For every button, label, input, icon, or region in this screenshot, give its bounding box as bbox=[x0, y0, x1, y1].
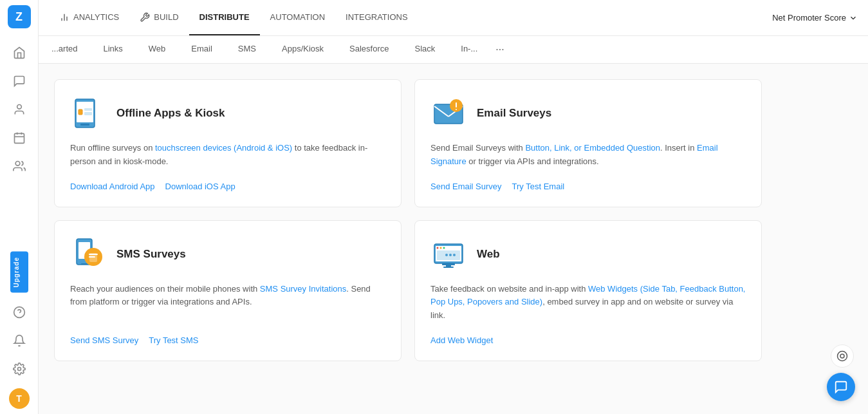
svg-rect-14 bbox=[80, 124, 89, 126]
svg-point-38 bbox=[838, 352, 847, 361]
card-header-sms: SMS Surveys bbox=[70, 236, 385, 272]
add-web-widget-link[interactable]: Add Web Widget bbox=[430, 335, 493, 345]
svg-rect-25 bbox=[89, 253, 97, 262]
link-button-link: Button, Link, or Embedded Question bbox=[525, 143, 660, 153]
svg-rect-34 bbox=[443, 267, 454, 268]
tab-slack[interactable]: Slack bbox=[402, 36, 448, 63]
chat-support-button[interactable] bbox=[827, 373, 855, 401]
svg-rect-33 bbox=[446, 265, 451, 267]
tab-web[interactable]: Web bbox=[136, 36, 179, 63]
kiosk-icon bbox=[70, 95, 106, 131]
card-body-email: Send Email Surveys with Button, Link, or… bbox=[430, 142, 746, 169]
card-header-offline: Offline Apps & Kiosk bbox=[70, 95, 385, 131]
web-icon bbox=[430, 236, 466, 272]
send-email-survey-link[interactable]: Send Email Survey bbox=[430, 182, 502, 191]
sidebar-item-groups[interactable] bbox=[6, 153, 32, 179]
svg-point-29 bbox=[440, 247, 442, 249]
app-logo[interactable]: Z bbox=[8, 5, 31, 28]
email-icon bbox=[430, 95, 466, 131]
sidebar: Z Upgrade T bbox=[0, 0, 39, 414]
try-test-sms-link[interactable]: Try Test SMS bbox=[149, 335, 198, 345]
main-content: ANALYTICS BUILD DISTRIBUTE AUTOMATION IN… bbox=[39, 0, 868, 414]
send-sms-survey-link[interactable]: Send SMS Survey bbox=[70, 335, 138, 345]
card-title-email: Email Surveys bbox=[477, 107, 551, 120]
try-test-email-link[interactable]: Try Test Email bbox=[512, 182, 565, 191]
svg-rect-16 bbox=[84, 112, 92, 115]
top-navigation: ANALYTICS BUILD DISTRIBUTE AUTOMATION IN… bbox=[39, 0, 868, 36]
card-title-offline: Offline Apps & Kiosk bbox=[116, 107, 225, 120]
tab-links[interactable]: Links bbox=[90, 36, 135, 63]
card-body-web: Take feedback on website and in-app with… bbox=[430, 283, 746, 323]
svg-rect-31 bbox=[437, 250, 460, 260]
svg-point-8 bbox=[17, 368, 21, 371]
email-surveys-card: Email Surveys Send Email Surveys with Bu… bbox=[414, 79, 762, 207]
build-icon bbox=[140, 12, 150, 23]
survey-dropdown[interactable]: Net Promoter Score bbox=[772, 13, 858, 23]
help-icon bbox=[836, 350, 848, 362]
web-card: Web Take feedback on website and in-app … bbox=[414, 220, 762, 361]
upgrade-button[interactable]: Upgrade bbox=[10, 252, 28, 293]
tab-sms[interactable]: SMS bbox=[225, 36, 269, 63]
card-body-sms: Reach your audiences on their mobile pho… bbox=[70, 283, 385, 323]
svg-point-0 bbox=[17, 105, 21, 109]
download-ios-link[interactable]: Download iOS App bbox=[165, 182, 235, 191]
card-title-sms: SMS Surveys bbox=[116, 248, 186, 261]
tab-more-button[interactable]: ··· bbox=[490, 36, 509, 63]
svg-rect-23 bbox=[81, 263, 88, 265]
link-web-widgets: Web Widgets (Side Tab, Feedback Button, … bbox=[430, 284, 746, 307]
sidebar-item-home[interactable] bbox=[6, 40, 32, 66]
sidebar-item-help[interactable] bbox=[6, 299, 32, 325]
content-area: Offline Apps & Kiosk Run offline surveys… bbox=[39, 64, 868, 414]
download-android-link[interactable]: Download Android App bbox=[70, 182, 155, 191]
tab-email[interactable]: Email bbox=[178, 36, 225, 63]
cards-grid: Offline Apps & Kiosk Run offline surveys… bbox=[54, 79, 762, 361]
card-body-offline: Run offline surveys on touchscreen devic… bbox=[70, 142, 385, 169]
card-actions-email: Send Email Survey Try Test Email bbox=[430, 182, 746, 191]
tab-getting-started[interactable]: ...arted bbox=[39, 36, 90, 63]
svg-point-28 bbox=[437, 247, 439, 249]
sidebar-item-calendar[interactable] bbox=[6, 125, 32, 151]
nav-item-distribute[interactable]: DISTRIBUTE bbox=[189, 0, 260, 35]
nav-item-analytics[interactable]: ANALYTICS bbox=[49, 0, 129, 35]
tab-in-more[interactable]: In-... bbox=[448, 36, 490, 63]
nav-item-automation[interactable]: AUTOMATION bbox=[260, 0, 335, 35]
card-header-web: Web bbox=[430, 236, 746, 272]
card-actions-sms: Send SMS Survey Try Test SMS bbox=[70, 335, 385, 345]
sms-icon bbox=[70, 236, 106, 272]
nav-right: Net Promoter Score bbox=[772, 13, 868, 23]
svg-rect-1 bbox=[14, 133, 24, 143]
svg-rect-17 bbox=[84, 108, 92, 111]
link-touchscreen: touchscreen devices (Android & iOS) bbox=[155, 143, 292, 153]
chevron-down-icon bbox=[849, 14, 858, 23]
svg-point-39 bbox=[840, 354, 844, 358]
card-actions-offline: Download Android App Download iOS App bbox=[70, 182, 385, 191]
card-header-email: Email Surveys bbox=[430, 95, 746, 131]
help-bubble[interactable] bbox=[831, 344, 854, 368]
offline-apps-card: Offline Apps & Kiosk Run offline surveys… bbox=[54, 79, 402, 207]
svg-point-20 bbox=[456, 109, 457, 110]
sidebar-item-chat[interactable] bbox=[6, 68, 32, 94]
svg-point-30 bbox=[443, 247, 445, 249]
card-title-web: Web bbox=[477, 248, 500, 261]
svg-point-37 bbox=[453, 254, 456, 256]
link-sms-invitations: SMS Survey Invitations bbox=[260, 284, 346, 294]
svg-point-35 bbox=[445, 254, 448, 256]
sidebar-item-notifications[interactable] bbox=[6, 328, 32, 353]
user-avatar[interactable]: T bbox=[9, 388, 30, 409]
svg-rect-32 bbox=[442, 263, 455, 265]
svg-point-36 bbox=[449, 254, 452, 256]
svg-rect-15 bbox=[78, 109, 82, 115]
svg-point-5 bbox=[15, 162, 20, 166]
nav-items: ANALYTICS BUILD DISTRIBUTE AUTOMATION IN… bbox=[39, 0, 772, 35]
tabs-bar: ...arted Links Web Email SMS Apps/Kiosk … bbox=[39, 36, 868, 64]
nav-item-integrations[interactable]: INTEGRATIONS bbox=[335, 0, 418, 35]
analytics-icon bbox=[59, 12, 69, 23]
tab-apps-kiosk[interactable]: Apps/Kiosk bbox=[269, 36, 337, 63]
tab-salesforce[interactable]: Salesforce bbox=[337, 36, 402, 63]
sidebar-item-settings[interactable] bbox=[6, 356, 32, 382]
sidebar-item-contacts[interactable] bbox=[6, 97, 32, 122]
nav-item-build[interactable]: BUILD bbox=[129, 0, 189, 35]
card-actions-web: Add Web Widget bbox=[430, 335, 746, 345]
sms-surveys-card: SMS Surveys Reach your audiences on thei… bbox=[54, 220, 402, 361]
chat-bubble-icon bbox=[834, 380, 848, 394]
